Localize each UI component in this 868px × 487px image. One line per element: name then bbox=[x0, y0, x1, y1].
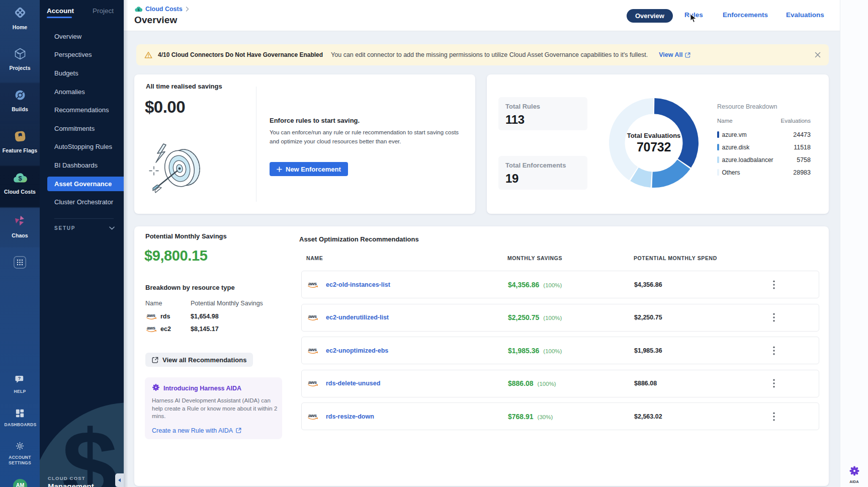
sidenav-item-perspectives[interactable]: Perspectives bbox=[40, 46, 124, 64]
type-row-rds: aws rds $1,654.98 bbox=[145, 311, 170, 322]
external-link-icon bbox=[152, 357, 158, 363]
chevron-down-icon bbox=[109, 226, 115, 230]
sidenav-item-bi-dashboards[interactable]: BI Dashboards bbox=[40, 156, 124, 175]
governance-tabs: Overview Rules Enforcements Evaluations bbox=[124, 0, 840, 31]
rail-item-home[interactable]: Home bbox=[0, 6, 40, 31]
donut-title: Total Evaluations bbox=[627, 132, 681, 139]
row-menu-button[interactable] bbox=[769, 280, 778, 289]
realised-savings-amount: $0.00 bbox=[145, 98, 185, 117]
sidenav-item-commitments[interactable]: Commitments bbox=[40, 119, 124, 138]
recommendation-row-rds-delete-unused: awsrds-delete-unused$886.08(100%)$886.08 bbox=[301, 370, 819, 397]
legend-value: 5758 bbox=[797, 156, 811, 164]
row-menu-button[interactable] bbox=[769, 412, 778, 421]
svg-text:$: $ bbox=[18, 175, 22, 182]
tab-rules[interactable]: Rules bbox=[684, 11, 703, 19]
tab-enforcements[interactable]: Enforcements bbox=[723, 11, 768, 19]
tab-account[interactable]: Account bbox=[47, 7, 74, 15]
rail-item-help[interactable]: ? HELP bbox=[0, 375, 40, 394]
rail-item-chaos[interactable]: Chaos bbox=[0, 214, 40, 239]
new-enforcement-button[interactable]: New Enforcement bbox=[270, 162, 348, 176]
rail-item-projects[interactable]: Projects bbox=[0, 47, 40, 71]
apps-grid-button[interactable] bbox=[14, 256, 26, 269]
chaos-icon bbox=[13, 214, 27, 230]
rail-label-dashboards: DASHBOARDS bbox=[5, 422, 36, 428]
view-all-recommendations-button[interactable]: View all Recommendations bbox=[145, 353, 253, 367]
user-avatar[interactable]: AM bbox=[13, 479, 27, 487]
evaluations-donut-chart: Total Evaluations 70732 bbox=[609, 98, 699, 188]
rail-item-builds[interactable]: Builds bbox=[0, 89, 40, 113]
tab-project[interactable]: Project bbox=[93, 7, 114, 15]
row-menu-button[interactable] bbox=[769, 313, 778, 322]
create-rule-with-aida-label: Create a new Rule with AIDA bbox=[152, 427, 233, 434]
aida-flower-icon bbox=[849, 465, 860, 478]
sidenav-item-autostopping-rules[interactable]: AutoStopping Rules bbox=[40, 138, 124, 156]
recommendation-name-link[interactable]: rds-delete-unused bbox=[326, 380, 380, 387]
rail-item-account-settings[interactable]: ACCOUNT SETTINGS bbox=[0, 442, 40, 465]
recommendation-name-link[interactable]: rds-resize-down bbox=[326, 413, 374, 420]
plus-icon bbox=[277, 167, 282, 172]
recommendation-row-ec2-old-instances-list: awsec2-old-instances-list$4,356.86(100%)… bbox=[301, 271, 819, 298]
rail-label-chaos: Chaos bbox=[12, 233, 28, 239]
resource-breakdown-rows: azure.vm24473azure.disk11518azure.loadba… bbox=[717, 128, 811, 179]
asset-optimization-title: Asset Optimization Recommendations bbox=[299, 235, 419, 243]
recommendation-row-rds-resize-down: awsrds-resize-down$768.91(30%)$2,563.02 bbox=[301, 402, 819, 430]
sidenav-collapse-button[interactable] bbox=[115, 473, 124, 487]
monthly-savings-group: $2,250.75(100%) bbox=[508, 313, 562, 321]
potential-spend-value: $4,356.86 bbox=[634, 281, 662, 288]
harness-home-icon bbox=[13, 6, 27, 22]
sidenav-item-overview[interactable]: Overview bbox=[40, 27, 124, 46]
recommendation-name-link[interactable]: ec2-old-instances-list bbox=[326, 281, 390, 288]
total-rules-stat: Total Rules 113 bbox=[498, 97, 587, 130]
setup-label: SETUP bbox=[54, 225, 75, 231]
type-name: ec2 bbox=[160, 326, 171, 333]
aida-fab-button[interactable]: AIDA bbox=[849, 465, 860, 484]
create-rule-with-aida-link[interactable]: Create a new Rule with AIDA bbox=[152, 427, 275, 434]
sidenav-item-recommendations[interactable]: Recommendations bbox=[40, 101, 124, 119]
aws-icon: aws bbox=[145, 325, 158, 333]
realised-savings-card: All time realised savings $0.00 bbox=[134, 74, 475, 214]
banner-view-all-link[interactable]: View All bbox=[659, 51, 690, 58]
monthly-savings-value: $768.91 bbox=[508, 413, 534, 421]
sidenav-item-asset-governance[interactable]: Asset Governance bbox=[47, 177, 124, 191]
type-row-ec2: aws ec2 $8,145.17 bbox=[145, 323, 171, 335]
aws-icon: aws bbox=[307, 347, 319, 355]
right-dock: AIDA bbox=[840, 0, 868, 487]
recommendation-name-link[interactable]: ec2-underutilized-list bbox=[326, 314, 389, 321]
aws-icon: aws bbox=[307, 379, 319, 387]
tab-active-underline bbox=[47, 17, 72, 18]
realised-savings-title: All time realised savings bbox=[146, 83, 222, 90]
monthly-savings-group: $886.08(100%) bbox=[508, 379, 556, 387]
sidenav-item-cluster-orchestrator[interactable]: Cluster Orchestrator bbox=[40, 193, 124, 211]
total-rules-value: 113 bbox=[505, 113, 580, 127]
legend-name: azure.vm bbox=[722, 131, 747, 138]
rail-item-dashboards[interactable]: DASHBOARDS bbox=[0, 409, 40, 428]
type-value: $1,654.98 bbox=[191, 313, 219, 320]
savings-percent: (100%) bbox=[543, 348, 562, 354]
total-rules-label: Total Rules bbox=[505, 103, 580, 110]
legend-name: azure.loadbalancer bbox=[722, 156, 773, 164]
sidenav-item-anomalies[interactable]: Anomalies bbox=[40, 83, 124, 101]
sidenav-item-setup[interactable]: SETUP bbox=[54, 225, 115, 231]
potential-savings-amount: $9,800.15 bbox=[144, 248, 207, 264]
rail-item-feature-flags[interactable]: Feature Flags bbox=[0, 130, 40, 154]
tab-overview[interactable]: Overview bbox=[627, 9, 673, 23]
row-menu-button[interactable] bbox=[769, 346, 778, 355]
breakdown-header-evaluations: Evaluations bbox=[781, 118, 811, 124]
rail-label-home: Home bbox=[13, 25, 28, 31]
monthly-savings-value: $2,250.75 bbox=[508, 313, 539, 321]
recommendation-name-link[interactable]: ec2-unoptimized-ebs bbox=[326, 347, 388, 354]
rail-label-account-settings: ACCOUNT SETTINGS bbox=[5, 455, 36, 465]
potential-savings-title: Potential Monthly Savings bbox=[145, 232, 227, 240]
cloud-costs-sidenav: $ Account Project OverviewPerspectivesBu… bbox=[40, 0, 124, 487]
tab-evaluations[interactable]: Evaluations bbox=[786, 11, 824, 19]
row-menu-button[interactable] bbox=[769, 379, 778, 388]
recommendations-table: awsec2-old-instances-list$4,356.86(100%)… bbox=[301, 271, 819, 430]
sidenav-footer-eyebrow: CLOUD COST bbox=[48, 475, 85, 481]
rail-item-cloud-costs[interactable]: $ Cloud Costs bbox=[0, 172, 40, 195]
sidenav-item-budgets[interactable]: Budgets bbox=[40, 64, 124, 83]
svg-text:aws: aws bbox=[147, 325, 155, 331]
monthly-savings-value: $886.08 bbox=[508, 379, 534, 387]
banner-close-button[interactable] bbox=[815, 52, 821, 58]
type-header-name: Name bbox=[145, 300, 162, 307]
breakdown-row-others: Others28983 bbox=[717, 166, 811, 179]
